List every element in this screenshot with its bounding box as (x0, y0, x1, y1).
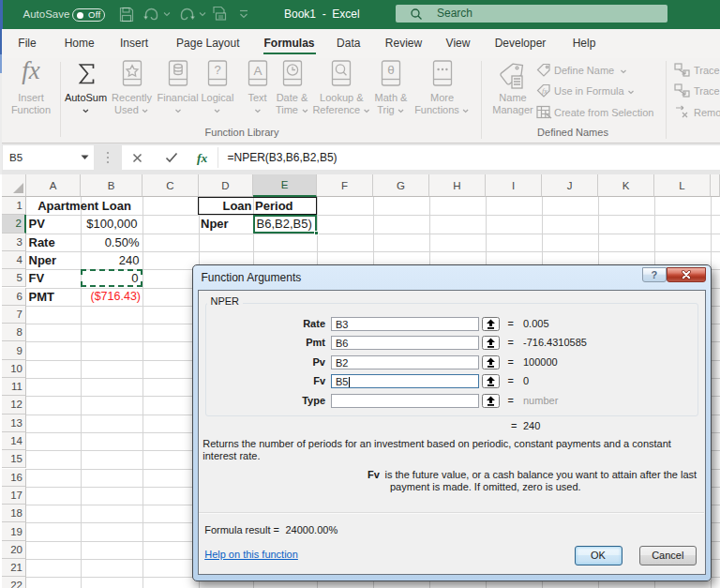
svg-text:A: A (253, 64, 262, 78)
svg-text:fx: fx (542, 87, 548, 96)
svg-text:θ: θ (387, 63, 395, 77)
svg-text:?: ? (214, 63, 220, 77)
